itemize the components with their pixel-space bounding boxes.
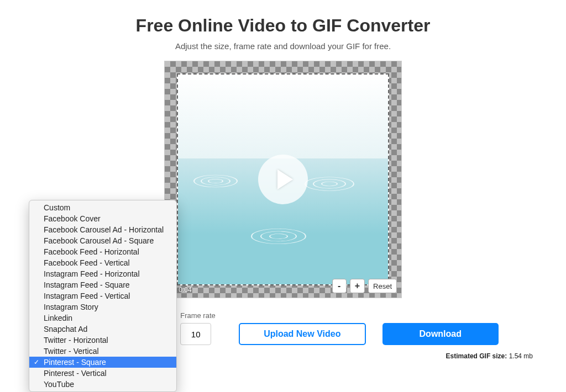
preset-option[interactable]: Pinterest - Square <box>29 357 176 368</box>
preset-option[interactable]: Instagram Feed - Vertical <box>29 290 176 301</box>
zoom-in-button[interactable]: + <box>350 279 365 293</box>
preset-option[interactable]: Twitter - Vertical <box>29 346 176 357</box>
play-icon <box>277 169 293 189</box>
download-button[interactable]: Download <box>382 323 499 345</box>
estimated-size: Estimated GIF size: 1.54 mb <box>446 352 533 360</box>
preset-dropdown[interactable]: CustomFacebook CoverFacebook Carousel Ad… <box>29 200 177 392</box>
estimated-size-label: Estimated GIF size: <box>446 352 507 360</box>
preview-canvas[interactable]: 0 - 0:04 - + Reset <box>164 61 402 298</box>
estimated-size-value: 1.54 mb <box>509 352 533 360</box>
preset-option[interactable]: YouTube <box>29 379 176 390</box>
preview-sky <box>178 75 388 158</box>
preset-option[interactable]: Instagram Story <box>29 301 176 312</box>
preset-option[interactable]: Facebook Feed - Vertical <box>29 257 176 268</box>
preset-option[interactable]: Pinterest - Vertical <box>29 368 176 379</box>
preset-option[interactable]: Facebook Carousel Ad - Horizontal <box>29 224 176 235</box>
preset-option[interactable]: Twitter - Horizontal <box>29 335 176 346</box>
reset-zoom-button[interactable]: Reset <box>368 279 397 293</box>
framerate-label: Frame rate <box>180 311 216 320</box>
preset-option[interactable]: Custom <box>29 202 176 213</box>
upload-new-video-button[interactable]: Upload New Video <box>239 323 366 345</box>
play-button[interactable] <box>258 155 308 204</box>
preset-option[interactable]: Facebook Feed - Horizontal <box>29 246 176 257</box>
preset-option[interactable]: Instagram Feed - Square <box>29 279 176 290</box>
preset-option[interactable]: Snapchat Ad <box>29 324 176 335</box>
page-title: Free Online Video to GIF Converter <box>33 15 533 36</box>
framerate-input[interactable] <box>180 323 211 345</box>
preset-option[interactable]: Linkedin <box>29 312 176 324</box>
preset-option[interactable]: Instagram Feed - Horizontal <box>29 268 176 279</box>
zoom-out-button[interactable]: - <box>332 279 347 293</box>
page-subtitle: Adjust the size, frame rate and download… <box>33 41 533 51</box>
preset-option[interactable]: Facebook Cover <box>29 213 176 224</box>
preset-option[interactable]: Facebook Carousel Ad - Square <box>29 235 176 246</box>
